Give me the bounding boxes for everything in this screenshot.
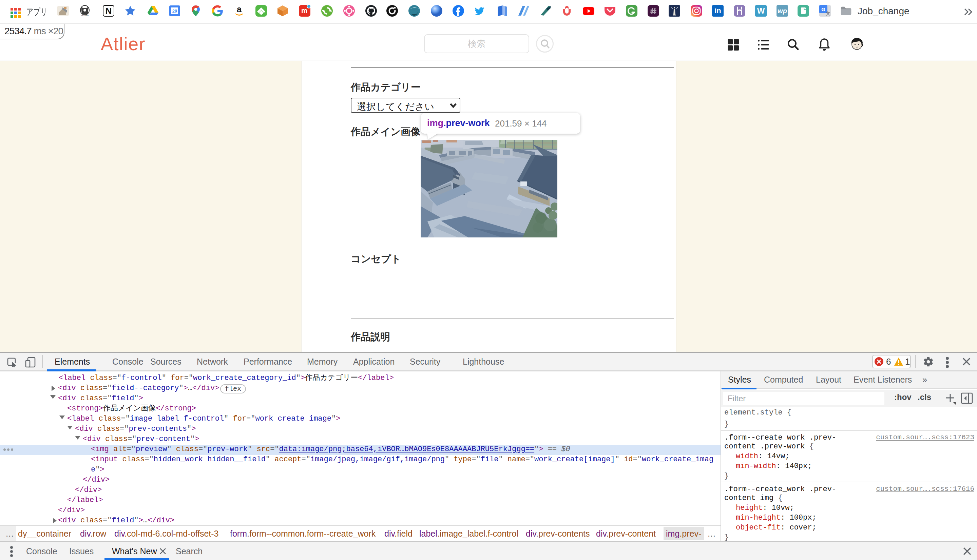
svg-text:a: a [237, 5, 242, 14]
svg-text:G: G [821, 7, 825, 12]
svg-text:AtCoder: AtCoder [81, 15, 88, 17]
svg-text:29: 29 [172, 8, 177, 13]
svg-text:文: 文 [826, 11, 830, 16]
